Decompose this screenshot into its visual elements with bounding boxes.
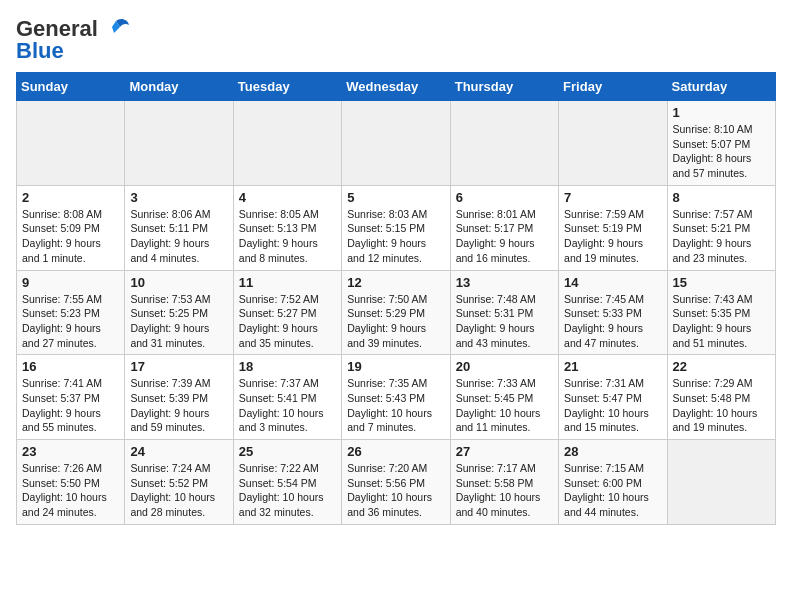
day-number: 5 [347, 190, 444, 205]
day-info: Sunrise: 7:15 AM Sunset: 6:00 PM Dayligh… [564, 461, 661, 520]
day-number: 25 [239, 444, 336, 459]
day-info: Sunrise: 7:57 AM Sunset: 5:21 PM Dayligh… [673, 207, 770, 266]
day-info: Sunrise: 7:24 AM Sunset: 5:52 PM Dayligh… [130, 461, 227, 520]
table-row: 21Sunrise: 7:31 AM Sunset: 5:47 PM Dayli… [559, 355, 667, 440]
day-number: 16 [22, 359, 119, 374]
day-info: Sunrise: 7:20 AM Sunset: 5:56 PM Dayligh… [347, 461, 444, 520]
table-row [450, 101, 558, 186]
table-row: 15Sunrise: 7:43 AM Sunset: 5:35 PM Dayli… [667, 270, 775, 355]
day-number: 20 [456, 359, 553, 374]
day-info: Sunrise: 8:01 AM Sunset: 5:17 PM Dayligh… [456, 207, 553, 266]
day-number: 1 [673, 105, 770, 120]
table-row [17, 101, 125, 186]
table-row: 4Sunrise: 8:05 AM Sunset: 5:13 PM Daylig… [233, 185, 341, 270]
header: General Blue [16, 16, 776, 64]
table-row: 13Sunrise: 7:48 AM Sunset: 5:31 PM Dayli… [450, 270, 558, 355]
col-header-monday: Monday [125, 73, 233, 101]
day-number: 18 [239, 359, 336, 374]
day-number: 15 [673, 275, 770, 290]
table-row: 22Sunrise: 7:29 AM Sunset: 5:48 PM Dayli… [667, 355, 775, 440]
table-row: 25Sunrise: 7:22 AM Sunset: 5:54 PM Dayli… [233, 440, 341, 525]
col-header-saturday: Saturday [667, 73, 775, 101]
day-info: Sunrise: 7:26 AM Sunset: 5:50 PM Dayligh… [22, 461, 119, 520]
day-number: 6 [456, 190, 553, 205]
day-number: 11 [239, 275, 336, 290]
day-info: Sunrise: 8:03 AM Sunset: 5:15 PM Dayligh… [347, 207, 444, 266]
col-header-wednesday: Wednesday [342, 73, 450, 101]
day-number: 14 [564, 275, 661, 290]
table-row [342, 101, 450, 186]
day-info: Sunrise: 7:43 AM Sunset: 5:35 PM Dayligh… [673, 292, 770, 351]
day-number: 7 [564, 190, 661, 205]
day-number: 24 [130, 444, 227, 459]
table-row: 26Sunrise: 7:20 AM Sunset: 5:56 PM Dayli… [342, 440, 450, 525]
day-number: 26 [347, 444, 444, 459]
table-row: 27Sunrise: 7:17 AM Sunset: 5:58 PM Dayli… [450, 440, 558, 525]
col-header-friday: Friday [559, 73, 667, 101]
day-info: Sunrise: 7:59 AM Sunset: 5:19 PM Dayligh… [564, 207, 661, 266]
table-row: 24Sunrise: 7:24 AM Sunset: 5:52 PM Dayli… [125, 440, 233, 525]
day-info: Sunrise: 7:29 AM Sunset: 5:48 PM Dayligh… [673, 376, 770, 435]
table-row: 23Sunrise: 7:26 AM Sunset: 5:50 PM Dayli… [17, 440, 125, 525]
table-row: 19Sunrise: 7:35 AM Sunset: 5:43 PM Dayli… [342, 355, 450, 440]
day-number: 4 [239, 190, 336, 205]
day-info: Sunrise: 7:17 AM Sunset: 5:58 PM Dayligh… [456, 461, 553, 520]
table-row: 3Sunrise: 8:06 AM Sunset: 5:11 PM Daylig… [125, 185, 233, 270]
calendar-table: SundayMondayTuesdayWednesdayThursdayFrid… [16, 72, 776, 525]
day-info: Sunrise: 7:53 AM Sunset: 5:25 PM Dayligh… [130, 292, 227, 351]
day-number: 28 [564, 444, 661, 459]
table-row: 14Sunrise: 7:45 AM Sunset: 5:33 PM Dayli… [559, 270, 667, 355]
day-number: 22 [673, 359, 770, 374]
table-row: 16Sunrise: 7:41 AM Sunset: 5:37 PM Dayli… [17, 355, 125, 440]
day-info: Sunrise: 8:10 AM Sunset: 5:07 PM Dayligh… [673, 122, 770, 181]
day-number: 21 [564, 359, 661, 374]
day-number: 27 [456, 444, 553, 459]
day-number: 23 [22, 444, 119, 459]
table-row [667, 440, 775, 525]
table-row: 6Sunrise: 8:01 AM Sunset: 5:17 PM Daylig… [450, 185, 558, 270]
table-row: 17Sunrise: 7:39 AM Sunset: 5:39 PM Dayli… [125, 355, 233, 440]
day-number: 3 [130, 190, 227, 205]
day-number: 13 [456, 275, 553, 290]
table-row [125, 101, 233, 186]
table-row: 2Sunrise: 8:08 AM Sunset: 5:09 PM Daylig… [17, 185, 125, 270]
table-row [233, 101, 341, 186]
table-row: 5Sunrise: 8:03 AM Sunset: 5:15 PM Daylig… [342, 185, 450, 270]
day-info: Sunrise: 8:05 AM Sunset: 5:13 PM Dayligh… [239, 207, 336, 266]
table-row: 11Sunrise: 7:52 AM Sunset: 5:27 PM Dayli… [233, 270, 341, 355]
table-row: 10Sunrise: 7:53 AM Sunset: 5:25 PM Dayli… [125, 270, 233, 355]
day-number: 2 [22, 190, 119, 205]
day-info: Sunrise: 7:55 AM Sunset: 5:23 PM Dayligh… [22, 292, 119, 351]
logo-blue: Blue [16, 38, 64, 64]
day-info: Sunrise: 7:48 AM Sunset: 5:31 PM Dayligh… [456, 292, 553, 351]
col-header-tuesday: Tuesday [233, 73, 341, 101]
day-info: Sunrise: 7:41 AM Sunset: 5:37 PM Dayligh… [22, 376, 119, 435]
day-number: 8 [673, 190, 770, 205]
day-number: 10 [130, 275, 227, 290]
day-info: Sunrise: 8:06 AM Sunset: 5:11 PM Dayligh… [130, 207, 227, 266]
table-row: 12Sunrise: 7:50 AM Sunset: 5:29 PM Dayli… [342, 270, 450, 355]
table-row [559, 101, 667, 186]
table-row: 1Sunrise: 8:10 AM Sunset: 5:07 PM Daylig… [667, 101, 775, 186]
day-info: Sunrise: 7:50 AM Sunset: 5:29 PM Dayligh… [347, 292, 444, 351]
table-row: 7Sunrise: 7:59 AM Sunset: 5:19 PM Daylig… [559, 185, 667, 270]
col-header-thursday: Thursday [450, 73, 558, 101]
day-info: Sunrise: 7:31 AM Sunset: 5:47 PM Dayligh… [564, 376, 661, 435]
col-header-sunday: Sunday [17, 73, 125, 101]
table-row: 8Sunrise: 7:57 AM Sunset: 5:21 PM Daylig… [667, 185, 775, 270]
day-info: Sunrise: 7:45 AM Sunset: 5:33 PM Dayligh… [564, 292, 661, 351]
day-info: Sunrise: 7:33 AM Sunset: 5:45 PM Dayligh… [456, 376, 553, 435]
day-number: 12 [347, 275, 444, 290]
logo-bird-icon [102, 17, 130, 41]
table-row: 20Sunrise: 7:33 AM Sunset: 5:45 PM Dayli… [450, 355, 558, 440]
day-info: Sunrise: 8:08 AM Sunset: 5:09 PM Dayligh… [22, 207, 119, 266]
logo: General Blue [16, 16, 130, 64]
day-number: 19 [347, 359, 444, 374]
day-info: Sunrise: 7:35 AM Sunset: 5:43 PM Dayligh… [347, 376, 444, 435]
table-row: 9Sunrise: 7:55 AM Sunset: 5:23 PM Daylig… [17, 270, 125, 355]
day-info: Sunrise: 7:22 AM Sunset: 5:54 PM Dayligh… [239, 461, 336, 520]
table-row: 28Sunrise: 7:15 AM Sunset: 6:00 PM Dayli… [559, 440, 667, 525]
table-row: 18Sunrise: 7:37 AM Sunset: 5:41 PM Dayli… [233, 355, 341, 440]
day-info: Sunrise: 7:52 AM Sunset: 5:27 PM Dayligh… [239, 292, 336, 351]
day-info: Sunrise: 7:37 AM Sunset: 5:41 PM Dayligh… [239, 376, 336, 435]
